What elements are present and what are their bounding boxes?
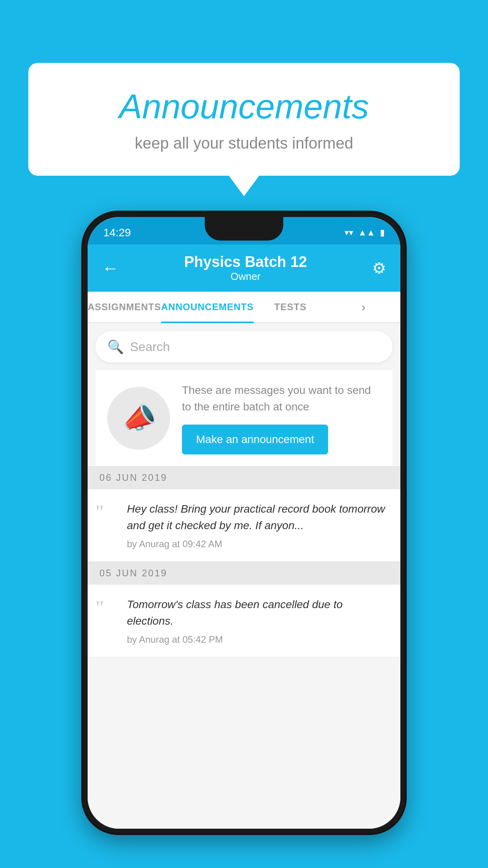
announcement-content-2: Tomorrow's class has been cancelled due … — [127, 596, 389, 645]
announcement-meta-1: by Anurag at 09:42 AM — [127, 539, 389, 550]
phone-outer: 14:29 ▾▾ ▲▲ ▮ ← Physics Batch 12 Owner ⚙ — [83, 212, 405, 833]
tab-announcements[interactable]: ANNOUNCEMENTS — [161, 292, 254, 322]
screen-inner: 14:29 ▾▾ ▲▲ ▮ ← Physics Batch 12 Owner ⚙ — [88, 217, 400, 829]
batch-title: Physics Batch 12 — [184, 254, 307, 270]
announcement-text-1: Hey class! Bring your practical record b… — [127, 501, 389, 534]
search-bar[interactable]: 🔍 Search — [95, 331, 393, 362]
batch-role: Owner — [184, 270, 307, 283]
tab-assignments[interactable]: ASSIGNMENTS — [88, 292, 161, 322]
status-icons: ▾▾ ▲▲ ▮ — [345, 228, 385, 238]
announcement-meta-2: by Anurag at 05:42 PM — [127, 634, 389, 645]
announcement-item-2[interactable]: " Tomorrow's class has been cancelled du… — [88, 585, 400, 657]
phone-screen: 14:29 ▾▾ ▲▲ ▮ ← Physics Batch 12 Owner ⚙ — [88, 217, 400, 829]
date-separator-1: 06 JUN 2019 — [88, 466, 400, 489]
make-announcement-button[interactable]: Make an announcement — [182, 425, 328, 454]
settings-icon[interactable]: ⚙ — [372, 259, 386, 277]
content-area: 🔍 Search 📣 These are messages you want t… — [88, 323, 400, 829]
header-center: Physics Batch 12 Owner — [184, 254, 307, 283]
announcement-content-1: Hey class! Bring your practical record b… — [127, 501, 389, 550]
tab-bar: ASSIGNMENTS ANNOUNCEMENTS TESTS › — [88, 292, 400, 323]
signal-icon: ▲▲ — [358, 228, 375, 238]
date-separator-2: 05 JUN 2019 — [88, 562, 400, 585]
announcement-promo: 📣 These are messages you want to send to… — [95, 370, 393, 466]
announcement-item-1[interactable]: " Hey class! Bring your practical record… — [88, 489, 400, 562]
search-icon: 🔍 — [107, 339, 124, 355]
phone-notch — [205, 217, 283, 241]
wifi-icon: ▾▾ — [345, 228, 353, 238]
speech-bubble-subtitle: keep all your students informed — [60, 134, 428, 152]
promo-right: These are messages you want to send to t… — [182, 382, 381, 454]
promo-description: These are messages you want to send to t… — [182, 382, 381, 415]
announcement-text-2: Tomorrow's class has been cancelled due … — [127, 596, 389, 629]
app-header: ← Physics Batch 12 Owner ⚙ — [88, 245, 400, 292]
back-button[interactable]: ← — [102, 258, 119, 278]
tab-more[interactable]: › — [327, 292, 400, 322]
quote-icon-1: " — [95, 502, 119, 523]
promo-icon-circle: 📣 — [107, 387, 170, 450]
speech-bubble: Announcements keep all your students inf… — [28, 63, 460, 176]
search-placeholder: Search — [130, 340, 170, 354]
quote-icon-2: " — [95, 598, 119, 618]
speech-bubble-container: Announcements keep all your students inf… — [28, 63, 460, 176]
status-time: 14:29 — [103, 226, 131, 239]
megaphone-icon: 📣 — [119, 399, 158, 437]
battery-icon: ▮ — [380, 228, 385, 238]
phone-mockup: 14:29 ▾▾ ▲▲ ▮ ← Physics Batch 12 Owner ⚙ — [83, 212, 405, 833]
tab-tests[interactable]: TESTS — [254, 292, 327, 322]
speech-bubble-title: Announcements — [60, 86, 428, 127]
